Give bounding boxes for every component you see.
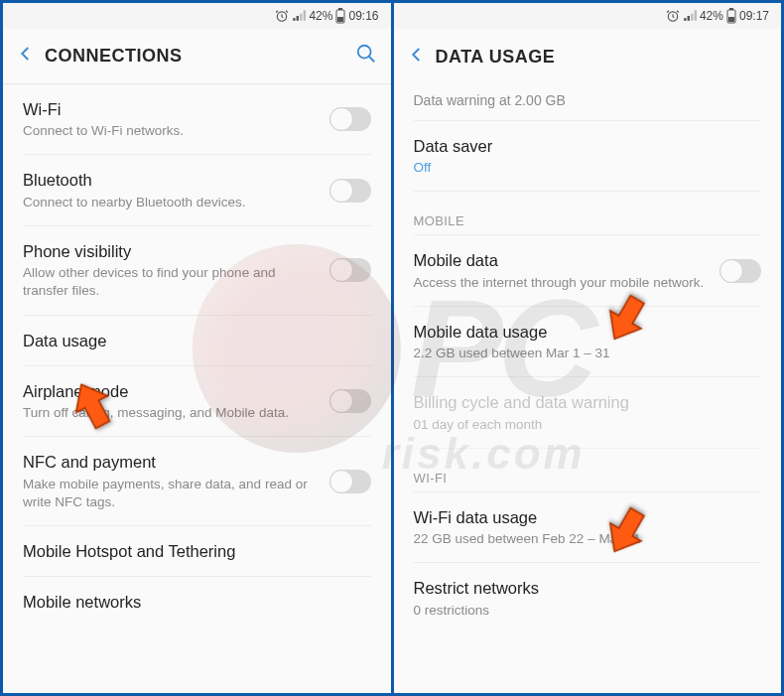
nfc-toggle[interactable] — [329, 470, 371, 493]
content-right: Data warning at 2.00 GB Data saver Off M… — [394, 84, 782, 693]
search-button[interactable] — [355, 43, 377, 70]
statusbar-right: 42% 09:17 — [394, 3, 782, 29]
section-wifi-label: WI-FI — [414, 449, 762, 492]
row-sub: 01 day of each month — [414, 416, 762, 434]
bluetooth-toggle[interactable] — [329, 179, 371, 203]
signal-icon — [683, 9, 697, 23]
row-sub: Connect to nearby Bluetooth devices. — [23, 194, 320, 211]
clock-time: 09:17 — [739, 9, 769, 23]
svg-rect-2 — [338, 8, 342, 10]
row-title: Restrict networks — [414, 577, 762, 599]
row-title: NFC and payment — [23, 451, 320, 473]
row-title: Mobile data — [414, 249, 711, 271]
content-left: Wi-Fi Connect to Wi-Fi networks. Bluetoo… — [3, 84, 391, 693]
row-sub: Make mobile payments, share data, and re… — [23, 476, 320, 511]
wifi-toggle[interactable] — [329, 107, 371, 131]
row-billing-cycle[interactable]: Billing cycle and data warning 01 day of… — [414, 377, 762, 448]
clock-time: 09:16 — [348, 9, 378, 23]
battery-percent: 42% — [700, 9, 723, 23]
statusbar-left: 42% 09:16 — [3, 3, 391, 29]
header-right: DATA USAGE — [394, 29, 782, 84]
row-sub: 22 GB used between Feb 22 – Mar 21 — [414, 530, 762, 548]
back-button[interactable] — [408, 46, 436, 69]
alarm-icon — [666, 9, 680, 23]
row-title: Airplane mode — [23, 380, 320, 402]
phone-right-data-usage: 42% 09:17 DATA USAGE Data warning at 2.0… — [394, 3, 782, 693]
row-sub: Off — [414, 159, 762, 177]
row-hotspot-tethering[interactable]: Mobile Hotspot and Tethering — [23, 526, 371, 577]
row-title: Billing cycle and data warning — [414, 391, 762, 413]
row-restrict-networks[interactable]: Restrict networks 0 restrictions — [414, 563, 762, 632]
row-data-saver[interactable]: Data saver Off — [414, 121, 762, 192]
phone-visibility-toggle[interactable] — [329, 258, 371, 282]
back-button[interactable] — [17, 45, 45, 68]
row-nfc-payment[interactable]: NFC and payment Make mobile payments, sh… — [23, 437, 371, 526]
row-mobile-networks[interactable]: Mobile networks — [23, 577, 371, 626]
svg-rect-7 — [729, 8, 733, 10]
row-mobile-data-usage[interactable]: Mobile data usage 2.2 GB used between Ma… — [414, 307, 762, 377]
row-sub: Connect to Wi-Fi networks. — [23, 122, 320, 140]
row-title: Mobile networks — [23, 591, 371, 613]
header-left: CONNECTIONS — [3, 29, 391, 84]
airplane-toggle[interactable] — [329, 389, 371, 413]
row-sub: Access the internet through your mobile … — [414, 274, 711, 292]
row-data-usage[interactable]: Data usage — [23, 316, 371, 366]
page-title: DATA USAGE — [436, 47, 768, 68]
row-title: Mobile Hotspot and Tethering — [23, 540, 371, 562]
row-wifi[interactable]: Wi-Fi Connect to Wi-Fi networks. — [23, 84, 371, 155]
section-mobile-label: MOBILE — [414, 192, 762, 235]
row-airplane-mode[interactable]: Airplane mode Turn off calling, messagin… — [23, 366, 371, 437]
row-sub: Turn off calling, messaging, and Mobile … — [23, 404, 320, 422]
row-bluetooth[interactable]: Bluetooth Connect to nearby Bluetooth de… — [23, 155, 371, 225]
battery-icon — [335, 8, 345, 24]
row-sub: Allow other devices to find your phone a… — [23, 264, 320, 300]
svg-rect-3 — [337, 17, 343, 22]
row-sub: 0 restrictions — [414, 602, 762, 620]
row-wifi-data-usage[interactable]: Wi-Fi data usage 22 GB used between Feb … — [414, 492, 762, 563]
row-phone-visibility[interactable]: Phone visibility Allow other devices to … — [23, 226, 371, 316]
mobile-data-toggle[interactable] — [719, 259, 761, 283]
alarm-icon — [275, 9, 289, 23]
row-title: Bluetooth — [23, 169, 320, 191]
row-sub: 2.2 GB used between Mar 1 – 31 — [414, 345, 762, 362]
page-title: CONNECTIONS — [45, 46, 355, 67]
row-title: Phone visibility — [23, 240, 320, 262]
phone-left-connections: 42% 09:16 CONNECTIONS Wi-Fi Connect to W… — [3, 3, 391, 693]
svg-rect-8 — [728, 17, 734, 22]
row-title: Wi-Fi data usage — [414, 506, 762, 528]
battery-percent: 42% — [309, 9, 332, 23]
row-title: Mobile data usage — [414, 321, 762, 343]
row-mobile-data[interactable]: Mobile data Access the internet through … — [414, 235, 762, 306]
signal-icon — [292, 9, 306, 23]
row-title: Data usage — [23, 330, 371, 351]
row-title: Wi-Fi — [23, 98, 320, 120]
data-warning-text: Data warning at 2.00 GB — [414, 84, 762, 121]
svg-point-4 — [357, 46, 370, 59]
row-title: Data saver — [414, 135, 762, 157]
battery-icon — [726, 8, 736, 24]
